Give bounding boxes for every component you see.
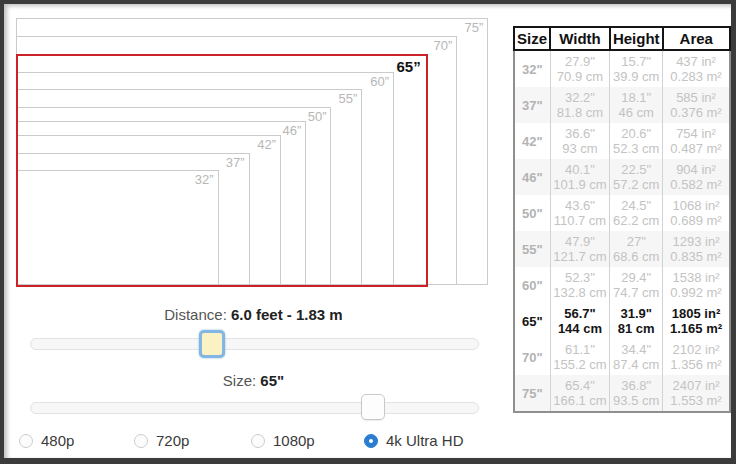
table-row-75: 75"65.4"166.1 cm36.8"93.5 cm2407 in²1.55…: [514, 375, 730, 412]
cell-width: 36.6"93 cm: [550, 123, 610, 159]
cell-width: 47.9"121.7 cm: [550, 231, 610, 267]
radio-4k-ultra-hd[interactable]: 4k Ultra HD: [364, 432, 464, 449]
cell-height: 24.5"62.2 cm: [610, 195, 663, 231]
table-row-50: 50"43.6"110.7 cm24.5"62.2 cm1068 in²0.68…: [514, 195, 730, 231]
cell-size: 32": [514, 50, 550, 87]
size-label-text: Size:: [223, 372, 256, 389]
table-header-row: Size Width Height Area: [514, 27, 730, 50]
cell-height: 31.9"81 cm: [610, 303, 663, 339]
cell-height: 36.8"93.5 cm: [610, 375, 663, 412]
cell-area: 1805 in²1.165 m²: [663, 303, 730, 339]
table-body: 32"27.9"70.9 cm15.7"39.9 cm437 in²0.283 …: [514, 50, 730, 412]
cell-width: 52.3"132.8 cm: [550, 267, 610, 303]
tv-diagram: 32”37”42”46”50”55”60”65”70”75”: [4, 4, 504, 304]
table-row-32: 32"27.9"70.9 cm15.7"39.9 cm437 in²0.283 …: [514, 50, 730, 87]
cell-area: 1068 in²0.689 m²: [663, 195, 730, 231]
size-label: Size: 65": [30, 372, 477, 389]
cell-area: 754 in²0.487 m²: [663, 123, 730, 159]
size-dimensions-table: Size Width Height Area 32"27.9"70.9 cm15…: [513, 26, 731, 413]
cell-area: 585 in²0.376 m²: [663, 87, 730, 123]
size-value: 65": [260, 372, 284, 389]
radio-720p[interactable]: 720p: [134, 432, 189, 449]
cell-width: 27.9"70.9 cm: [550, 50, 610, 87]
cell-height: 29.4"74.7 cm: [610, 267, 663, 303]
tv-size-tool-window: 32”37”42”46”50”55”60”65”70”75” Distance:…: [0, 0, 736, 464]
cell-area: 1293 in²0.835 m²: [663, 231, 730, 267]
cell-height: 20.6"52.3 cm: [610, 123, 663, 159]
cell-area: 1538 in²0.992 m²: [663, 267, 730, 303]
cell-height: 34.4"87.4 cm: [610, 339, 663, 375]
tv-size-label: 65”: [396, 58, 420, 75]
cell-size: 70": [514, 339, 550, 375]
cell-area: 2407 in²1.553 m²: [663, 375, 730, 412]
cell-size: 55": [514, 231, 550, 267]
cell-size: 46": [514, 159, 550, 195]
cell-area: 437 in²0.283 m²: [663, 50, 730, 87]
cell-area: 2102 in²1.356 m²: [663, 339, 730, 375]
table-row-55: 55"47.9"121.7 cm27"68.6 cm1293 in²0.835 …: [514, 231, 730, 267]
cell-height: 18.1"46 cm: [610, 87, 663, 123]
distance-label: Distance: 6.0 feet - 1.83 m: [30, 306, 477, 323]
tv-rect-65: 65”: [16, 54, 428, 287]
cell-height: 15.7"39.9 cm: [610, 50, 663, 87]
radio-480p[interactable]: 480p: [19, 432, 74, 449]
cell-height: 27"68.6 cm: [610, 231, 663, 267]
tv-size-label: 75”: [464, 20, 483, 35]
table-row-70: 70"61.1"155.2 cm34.4"87.4 cm2102 in²1.35…: [514, 339, 730, 375]
cell-size: 42": [514, 123, 550, 159]
cell-size: 65": [514, 303, 550, 339]
size-slider-track[interactable]: [30, 402, 479, 414]
table-row-37: 37"32.2"81.8 cm18.1"46 cm585 in²0.376 m²: [514, 87, 730, 123]
cell-size: 37": [514, 87, 550, 123]
cell-width: 40.1"101.9 cm: [550, 159, 610, 195]
radio-label: 4k Ultra HD: [386, 432, 464, 449]
radio-label: 480p: [41, 432, 74, 449]
cell-height: 22.5"57.2 cm: [610, 159, 663, 195]
cell-width: 61.1"155.2 cm: [550, 339, 610, 375]
table-row-60: 60"52.3"132.8 cm29.4"74.7 cm1538 in²0.99…: [514, 267, 730, 303]
radio-label: 1080p: [273, 432, 315, 449]
distance-label-text: Distance:: [164, 306, 227, 323]
col-header-width: Width: [550, 27, 610, 50]
cell-size: 60": [514, 267, 550, 303]
distance-slider-track[interactable]: [30, 338, 479, 350]
cell-width: 56.7"144 cm: [550, 303, 610, 339]
cell-area: 904 in²0.582 m²: [663, 159, 730, 195]
cell-size: 50": [514, 195, 550, 231]
radio-label: 720p: [156, 432, 189, 449]
radio-1080p[interactable]: 1080p: [251, 432, 315, 449]
table-row-42: 42"36.6"93 cm20.6"52.3 cm754 in²0.487 m²: [514, 123, 730, 159]
cell-width: 32.2"81.8 cm: [550, 87, 610, 123]
table-row-46: 46"40.1"101.9 cm22.5"57.2 cm904 in²0.582…: [514, 159, 730, 195]
distance-value: 6.0 feet - 1.83 m: [231, 306, 343, 323]
size-slider-handle[interactable]: [361, 394, 385, 420]
distance-slider-handle[interactable]: [199, 330, 225, 358]
radio-circle-icon[interactable]: [134, 434, 148, 448]
radio-circle-icon[interactable]: [19, 434, 33, 448]
cell-width: 65.4"166.1 cm: [550, 375, 610, 412]
radio-circle-icon[interactable]: [364, 434, 378, 448]
radio-circle-icon[interactable]: [251, 434, 265, 448]
col-header-area: Area: [663, 27, 730, 50]
cell-width: 43.6"110.7 cm: [550, 195, 610, 231]
col-header-height: Height: [610, 27, 663, 50]
table-row-65: 65"56.7"144 cm31.9"81 cm1805 in²1.165 m²: [514, 303, 730, 339]
col-header-size: Size: [514, 27, 550, 50]
cell-size: 75": [514, 375, 550, 412]
